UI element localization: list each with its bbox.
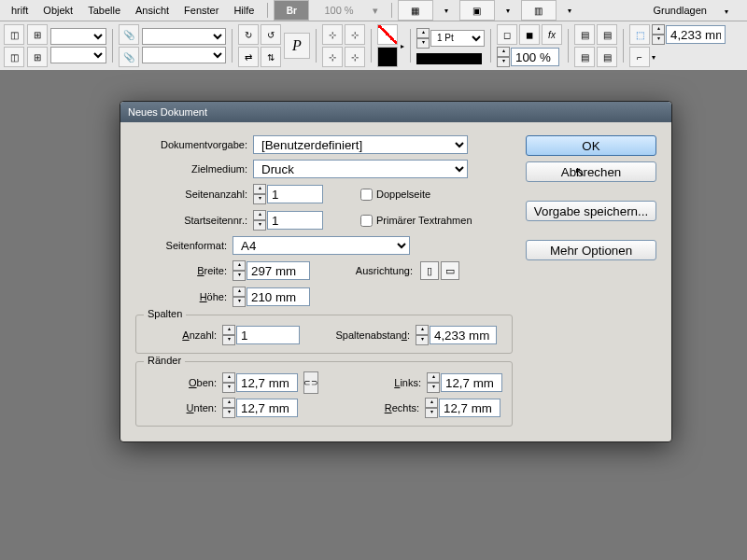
style-dropdown[interactable] <box>50 28 106 45</box>
separator <box>391 3 392 18</box>
dropdown-arrow-icon[interactable]: ▾ <box>499 7 517 15</box>
menu-bar: hrift Objekt Tabelle Ansicht Fenster Hil… <box>0 0 747 21</box>
menu-hrift[interactable]: hrift <box>4 5 35 16</box>
effects-icon[interactable]: ⊹ <box>345 47 365 67</box>
separator <box>623 29 624 63</box>
effects-icon[interactable]: ⊹ <box>345 24 365 45</box>
separator <box>568 29 569 63</box>
workspace-switcher[interactable]: Grundlagen ▾ <box>638 5 743 16</box>
dimension-input[interactable] <box>666 25 726 44</box>
opacity-input[interactable] <box>511 48 559 66</box>
dropdown-arrow-icon[interactable]: ▾ <box>652 53 655 62</box>
separator <box>112 29 113 63</box>
tool-icon[interactable]: 📎 <box>119 47 139 67</box>
spin-down[interactable]: ▾ <box>497 57 510 67</box>
menu-ansicht[interactable]: Ansicht <box>128 5 176 16</box>
tool-icon[interactable]: ◫ <box>4 47 24 67</box>
dropdown-arrow-icon[interactable]: ▾ <box>437 7 456 15</box>
frame-icon[interactable]: ⬚ <box>629 24 650 45</box>
style-dropdown[interactable] <box>142 28 226 45</box>
no-fill-icon[interactable] <box>377 24 398 45</box>
dropdown-arrow-icon[interactable]: ▾ <box>560 7 579 15</box>
flip-icon[interactable]: ⇄ <box>238 47 259 67</box>
separator <box>267 3 268 18</box>
separator <box>490 29 491 63</box>
flip-icon[interactable]: ⇅ <box>261 47 281 67</box>
stroke-preview[interactable] <box>416 53 482 64</box>
effects-icon[interactable]: ⊹ <box>322 24 343 45</box>
dropdown-arrow-icon[interactable]: ▸ <box>401 42 404 50</box>
wrap-icon[interactable]: ▤ <box>574 24 595 45</box>
style-dropdown[interactable] <box>50 47 106 63</box>
dropdown-arrow-icon[interactable]: ▾ <box>365 5 386 17</box>
style-dropdown[interactable] <box>142 47 226 63</box>
tool-icon[interactable]: ⊞ <box>27 24 48 45</box>
spin-down[interactable]: ▾ <box>416 38 430 49</box>
menu-tabelle[interactable]: Tabelle <box>80 5 128 16</box>
tool-icon[interactable]: 📎 <box>119 24 139 45</box>
rotate-icon[interactable]: ↻ <box>238 24 259 45</box>
menu-hilfe[interactable]: Hilfe <box>226 5 261 16</box>
fx-icon[interactable]: ◻ <box>497 24 517 45</box>
menu-fenster[interactable]: Fenster <box>176 5 226 16</box>
wrap-icon[interactable]: ▤ <box>597 47 617 67</box>
menu-objekt[interactable]: Objekt <box>35 5 80 16</box>
spin-up[interactable]: ▴ <box>652 24 665 35</box>
bridge-icon[interactable]: Br <box>274 0 309 21</box>
effects-icon[interactable]: ⊹ <box>322 47 343 67</box>
spin-up[interactable]: ▴ <box>497 47 510 57</box>
spin-down[interactable]: ▾ <box>652 35 665 45</box>
fill-black-icon[interactable] <box>377 47 398 67</box>
view-mode-2-icon[interactable]: ▣ <box>459 0 495 21</box>
separator <box>316 29 317 63</box>
wrap-icon[interactable]: ▤ <box>574 47 595 67</box>
corner-icon[interactable]: ⌐ <box>629 47 650 67</box>
view-mode-3-icon[interactable]: ▥ <box>521 0 557 21</box>
stroke-weight-dropdown[interactable]: 1 Pt <box>430 30 485 47</box>
zoom-display[interactable]: 100 % <box>317 5 360 16</box>
fx-icon[interactable]: fx <box>542 24 562 45</box>
control-panel: ◫◫ ⊞⊞ 📎📎 ↻↺⇄⇅ P ⊹⊹⊹⊹ ▸ ▴▾1 Pt ◻◼fx▴▾ ▤▤▤… <box>0 21 747 71</box>
rotate-icon[interactable]: ↺ <box>261 24 281 45</box>
paragraph-icon[interactable]: P <box>284 33 310 59</box>
view-mode-1-icon[interactable]: ▦ <box>398 0 433 21</box>
spin-up[interactable]: ▴ <box>416 28 430 38</box>
wrap-icon[interactable]: ▤ <box>597 24 617 45</box>
separator <box>371 29 372 63</box>
fx-icon[interactable]: ◼ <box>519 24 540 45</box>
tool-icon[interactable]: ◫ <box>4 24 24 45</box>
tool-icon[interactable]: ⊞ <box>27 47 48 67</box>
separator <box>232 29 233 63</box>
separator <box>410 29 411 63</box>
